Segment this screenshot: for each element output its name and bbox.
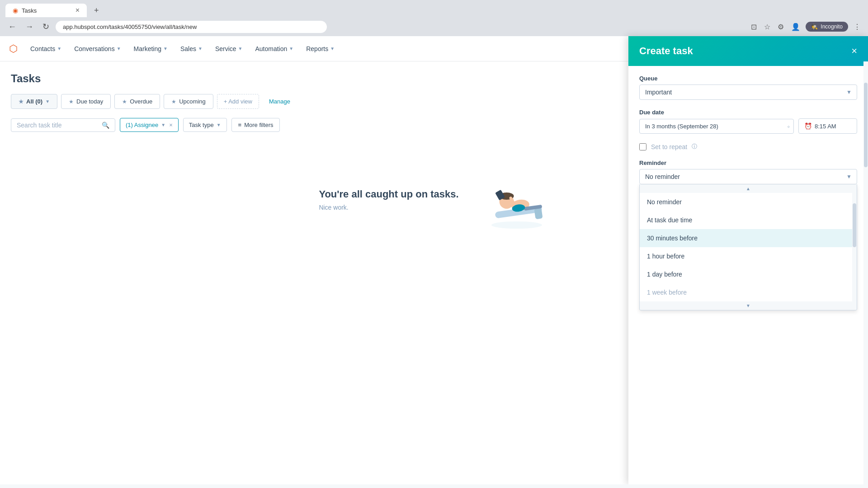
- add-view-label: + Add view: [224, 98, 252, 105]
- nav-automation[interactable]: Automation ▼: [250, 42, 299, 56]
- due-date-label: Due date: [639, 109, 857, 116]
- nav-sales-label: Sales: [180, 45, 196, 52]
- hubspot-logo[interactable]: ⬡: [9, 43, 18, 55]
- reminder-select-wrapper: No reminder ▼: [639, 169, 857, 184]
- clock-icon: ⏰: [804, 122, 812, 130]
- nav-reports-label: Reports: [306, 45, 328, 52]
- tab-upcoming[interactable]: ★ Upcoming: [164, 94, 213, 109]
- nav-contacts-chevron: ▼: [57, 46, 61, 51]
- task-type-filter[interactable]: Task type ▼: [183, 118, 227, 132]
- new-tab-button[interactable]: +: [90, 4, 103, 17]
- panel-scrollbar[interactable]: [863, 61, 868, 484]
- menu-icon[interactable]: ⋮: [852, 21, 863, 33]
- nav-automation-chevron: ▼: [289, 46, 293, 51]
- tab-due-today[interactable]: ★ Due today: [61, 94, 111, 109]
- dropdown-item-no-reminder[interactable]: No reminder: [640, 193, 857, 211]
- reminder-field: Reminder No reminder ▼ ▲ No reminder At …: [639, 160, 857, 310]
- assignee-filter-close[interactable]: ×: [169, 122, 173, 128]
- filter-lines-icon: ≡: [238, 122, 242, 128]
- nav-service-chevron: ▼: [238, 46, 243, 51]
- illustration-svg: [477, 168, 549, 231]
- reload-button[interactable]: ↻: [40, 20, 52, 33]
- queue-select[interactable]: Important: [639, 84, 857, 100]
- dropdown-item-30-min[interactable]: 30 minutes before: [640, 229, 857, 247]
- tab-due-today-label: Due today: [76, 98, 103, 105]
- task-type-chevron: ▼: [217, 122, 221, 127]
- repeat-info-icon[interactable]: ⓘ: [692, 143, 697, 150]
- svg-rect-2: [534, 207, 542, 219]
- panel-scrollbar-thumb: [864, 83, 868, 167]
- queue-label: Queue: [639, 75, 857, 82]
- nav-automation-label: Automation: [255, 45, 287, 52]
- tab-all-chevron: ▼: [45, 99, 50, 104]
- tab-all[interactable]: ★ All (0) ▼: [11, 94, 57, 109]
- scroll-up-arrow[interactable]: ▲: [640, 184, 857, 193]
- create-task-panel: Create task × Queue Important ▼ Due d: [628, 61, 868, 484]
- incognito-badge: 🕵 Incognito: [806, 22, 848, 32]
- incognito-label: Incognito: [821, 23, 843, 30]
- assignee-filter[interactable]: (1) Assignee ▼ ×: [120, 118, 179, 132]
- more-filters-label: More filters: [244, 122, 273, 128]
- dropdown-item-at-due-time[interactable]: At task due time: [640, 211, 857, 229]
- scroll-down-arrow[interactable]: ▼: [640, 301, 857, 310]
- nav-sales[interactable]: Sales ▼: [175, 42, 208, 56]
- due-date-field: Due date In 3 months (September 28) ⬦ ⏰ …: [639, 109, 857, 134]
- toolbar-icons: ⊡ ☆ ⚙ 👤 🕵 Incognito ⋮: [749, 21, 863, 33]
- dropdown-scrollbar[interactable]: [852, 184, 857, 310]
- date-select[interactable]: In 3 months (September 28): [639, 119, 794, 134]
- dropdown-scrollbar-thumb: [853, 203, 856, 247]
- nav-reports-chevron: ▼: [330, 46, 335, 51]
- set-to-repeat-row: Set to repeat ⓘ: [639, 143, 857, 150]
- profile-icon[interactable]: 👤: [789, 21, 802, 33]
- time-select-wrapper[interactable]: ⏰ 8:15 AM: [798, 118, 857, 134]
- app: ⬡ Contacts ▼ Conversations ▼ Marketing ▼…: [0, 36, 868, 484]
- nav-service[interactable]: Service ▼: [210, 42, 248, 56]
- dropdown-item-1-day[interactable]: 1 day before: [640, 265, 857, 283]
- tab-upcoming-icon: ★: [171, 99, 176, 105]
- browser-chrome: ◉ Tasks × + ← → ↻ ⊡ ☆ ⚙ 👤 🕵 Incognito ⋮: [0, 0, 868, 36]
- nav-marketing-label: Marketing: [134, 45, 161, 52]
- bookmark-icon[interactable]: ☆: [762, 21, 772, 33]
- tab-due-today-icon: ★: [69, 99, 74, 105]
- cast-icon[interactable]: ⊡: [749, 21, 759, 33]
- nav-conversations-label: Conversations: [74, 45, 115, 52]
- nav-contacts-label: Contacts: [30, 45, 55, 52]
- assignee-chevron: ▼: [161, 122, 165, 127]
- queue-select-wrapper: Important ▼: [639, 84, 857, 100]
- more-filters-button[interactable]: ≡ More filters: [231, 118, 280, 132]
- tab-title: Tasks: [22, 7, 37, 14]
- tab-favicon: ◉: [13, 7, 18, 14]
- tab-all-label: All (0): [26, 98, 42, 105]
- search-input-wrapper[interactable]: 🔍: [11, 118, 115, 132]
- dropdown-item-1-hour[interactable]: 1 hour before: [640, 247, 857, 265]
- nav-service-label: Service: [215, 45, 236, 52]
- search-input[interactable]: [17, 122, 98, 129]
- empty-state-subtext: Nice work.: [319, 204, 458, 211]
- tab-upcoming-label: Upcoming: [179, 98, 206, 105]
- nav-marketing[interactable]: Marketing ▼: [128, 42, 173, 56]
- nav-sales-chevron: ▼: [198, 46, 203, 51]
- extensions-icon[interactable]: ⚙: [776, 21, 786, 33]
- tab-close-button[interactable]: ×: [75, 6, 80, 14]
- back-button[interactable]: ←: [5, 20, 19, 33]
- nav-marketing-chevron: ▼: [163, 46, 168, 51]
- dropdown-item-1-week[interactable]: 1 week before: [640, 283, 857, 301]
- forward-button[interactable]: →: [23, 20, 36, 33]
- browser-tab[interactable]: ◉ Tasks ×: [5, 4, 87, 17]
- add-view-button[interactable]: + Add view: [217, 94, 259, 109]
- nav-contacts[interactable]: Contacts ▼: [25, 42, 67, 56]
- svg-point-0: [491, 221, 542, 229]
- browser-titlebar: ◉ Tasks × +: [0, 0, 868, 17]
- manage-button[interactable]: Manage: [263, 94, 297, 108]
- set-to-repeat-checkbox[interactable]: [639, 143, 646, 150]
- date-select-wrapper: In 3 months (September 28) ⬦: [639, 119, 794, 134]
- incognito-icon: 🕵: [811, 23, 818, 30]
- empty-state-heading: You're all caught up on tasks.: [319, 188, 458, 200]
- address-bar[interactable]: [56, 21, 327, 33]
- nav-conversations[interactable]: Conversations ▼: [69, 42, 126, 56]
- nav-reports[interactable]: Reports ▼: [301, 42, 340, 56]
- tab-overdue-label: Overdue: [130, 98, 152, 105]
- reminder-select[interactable]: No reminder: [639, 169, 857, 184]
- task-type-label: Task type: [189, 122, 214, 128]
- tab-overdue[interactable]: ★ Overdue: [114, 94, 160, 109]
